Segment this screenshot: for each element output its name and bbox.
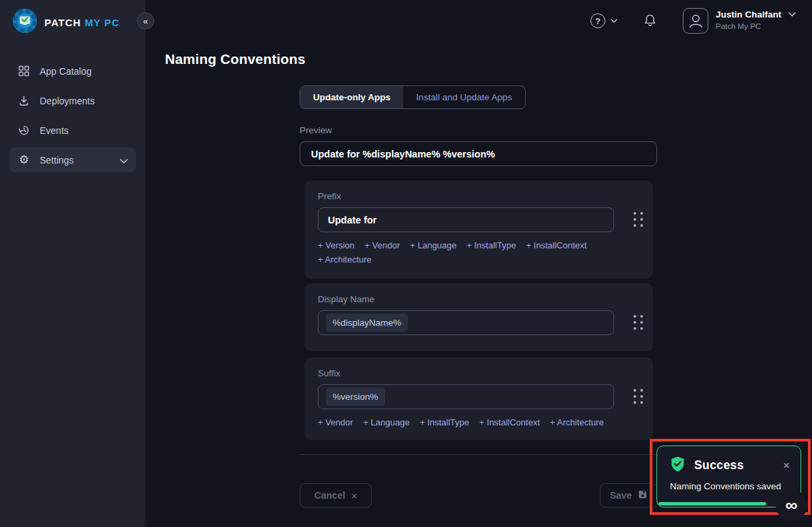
toast-message: Naming Conventions saved [657,481,801,491]
sidebar-item-label: Deployments [40,96,95,106]
user-name: Justin Chalfant [716,9,782,20]
prefix-label: Prefix [318,191,640,201]
token-add-architecture[interactable]: + Architecture [318,254,372,265]
app-catalog-grid-icon [18,65,30,77]
cancel-button[interactable]: Cancel × [300,483,372,507]
token-add-version[interactable]: + Version [318,240,355,250]
toast-title: Success [694,458,744,472]
notifications-bell-icon[interactable] [644,13,656,30]
drag-handle-icon[interactable] [634,212,643,227]
sidebar-item-deployments[interactable]: Deployments [9,88,136,113]
tab-update-only-apps[interactable]: Update-only Apps [300,86,403,108]
prefix-section: Prefix Update for + Version + Vendor + L… [304,180,653,279]
save-floppy-icon [638,489,648,501]
chevron-down-icon [120,155,128,166]
toast-progress-bar [658,502,766,505]
main-content: ? Justin Chalfant Patch My PC Naming Con… [145,0,812,527]
token-add-architecture[interactable]: + Architecture [550,417,604,427]
sidebar-item-label: Events [40,125,69,136]
displayname-token-chip[interactable]: %displayName% [326,314,408,332]
token-add-installtype[interactable]: + InstallType [419,417,469,427]
save-label: Save [610,490,632,501]
user-organization: Patch My PC [716,22,796,30]
sidebar-item-settings[interactable]: ⚙ Settings [9,147,136,172]
sidebar-item-events[interactable]: Events [9,118,136,143]
sidebar: PATCH MY PC App Catalog [0,0,145,527]
chevron-down-icon [788,12,796,17]
chevron-down-icon [611,19,617,23]
display-name-section: Display Name %displayName% [304,283,653,351]
infinity-icon: ∞ [786,495,798,515]
token-add-language[interactable]: + Language [363,417,409,427]
sidebar-nav: App Catalog Deployments Events [0,59,145,172]
prefix-value: Update for [328,215,377,225]
tab-label: Install and Update Apps [416,92,512,102]
sidebar-collapse-button[interactable]: « [137,12,154,30]
token-add-vendor[interactable]: + Vendor [318,417,353,427]
prefix-token-links: + Version + Vendor + Language + InstallT… [318,240,636,265]
suffix-section: Suffix %version% + Vendor + Language + I… [304,357,653,440]
infinity-floating-button[interactable]: ∞ [776,489,807,521]
tab-label: Update-only Apps [313,92,391,102]
token-add-language[interactable]: + Language [410,240,456,250]
version-token-chip[interactable]: %version% [326,388,385,406]
settings-gear-icon: ⚙ [18,154,30,166]
display-name-input[interactable]: %displayName% [318,310,614,335]
page-title: Naming Conventions [165,51,306,67]
help-menu-button[interactable]: ? [590,13,617,28]
user-menu[interactable]: Justin Chalfant Patch My PC [716,9,796,30]
drag-handle-icon[interactable] [634,389,643,404]
help-icon: ? [590,13,605,28]
token-add-installtype[interactable]: + InstallType [467,240,516,250]
prefix-input[interactable]: Update for [318,207,614,232]
token-add-installcontext[interactable]: + InstallContext [526,240,586,250]
drag-handle-icon[interactable] [634,315,643,330]
collapse-chevrons-icon: « [143,17,147,26]
preview-value: Update for %displayName% %version% [311,149,495,160]
cancel-x-icon: × [351,490,358,501]
app-type-tabs: Update-only Apps Install and Update Apps [300,85,526,109]
token-add-vendor[interactable]: + Vendor [365,240,400,250]
suffix-token-links: + Vendor + Language + InstallType + Inst… [318,417,636,427]
sidebar-item-label: App Catalog [40,66,92,77]
token-add-installcontext[interactable]: + InstallContext [479,417,540,427]
sidebar-item-label: Settings [40,155,74,166]
suffix-input[interactable]: %version% [318,384,614,409]
tab-install-and-update-apps[interactable]: Install and Update Apps [403,86,525,108]
brand-wordmark: PATCH MY PC [44,17,120,28]
user-avatar[interactable] [683,8,708,34]
brand-logo: PATCH MY PC [0,0,145,36]
person-icon [684,9,708,33]
display-name-label: Display Name [318,294,640,304]
sidebar-item-app-catalog[interactable]: App Catalog [9,59,136,83]
shield-check-icon [670,456,685,475]
footer-divider [300,454,658,455]
preview-label: Preview [300,125,332,135]
deployments-download-icon [18,95,30,106]
preview-input[interactable]: Update for %displayName% %version% [300,141,657,166]
events-history-icon [18,125,30,136]
toast-close-icon[interactable]: × [783,460,790,471]
suffix-label: Suffix [318,368,640,378]
patch-my-pc-logo-icon [12,8,38,36]
cancel-label: Cancel [314,490,345,501]
